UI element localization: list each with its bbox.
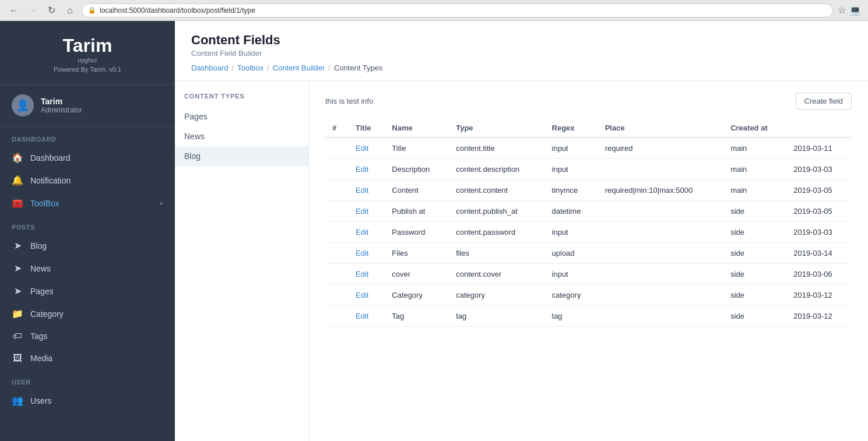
- cell-title: Content: [385, 180, 449, 201]
- edit-link[interactable]: Edit: [356, 186, 368, 195]
- cell-created-at: 2019-03-05: [786, 201, 852, 222]
- avatar: 👤: [12, 94, 34, 117]
- edit-link[interactable]: Edit: [356, 228, 368, 237]
- cell-regex: [598, 285, 723, 306]
- cell-index: [325, 222, 349, 243]
- breadcrumb-dashboard[interactable]: Dashboard: [191, 63, 229, 72]
- cell-index: [325, 201, 349, 222]
- col-hash: #: [325, 119, 349, 137]
- edit-link[interactable]: Edit: [356, 312, 368, 320]
- sidebar-item-category[interactable]: 📁 Category: [0, 302, 175, 325]
- edit-link[interactable]: Edit: [356, 144, 368, 153]
- content-type-news[interactable]: News: [175, 126, 308, 146]
- cell-created-at: 2019-03-05: [786, 180, 852, 201]
- table-row: Edit Category category category side 201…: [325, 285, 852, 306]
- cell-edit[interactable]: Edit: [349, 306, 385, 327]
- media-icon: 🖼: [12, 353, 23, 364]
- cell-type: upload: [545, 243, 598, 264]
- back-button[interactable]: ←: [7, 3, 21, 17]
- dashboard-icon: 🏠: [12, 152, 23, 163]
- cell-regex: required|min:10|max:5000: [598, 180, 723, 201]
- edit-link[interactable]: Edit: [356, 249, 368, 257]
- sidebar-item-tags[interactable]: 🏷 Tags: [0, 325, 175, 347]
- page-title: Content Fields: [191, 33, 852, 48]
- home-button[interactable]: ⌂: [63, 3, 77, 17]
- table-row: Edit Publish at content.publish_at datet…: [325, 201, 852, 222]
- edit-link[interactable]: Edit: [356, 165, 368, 174]
- cell-title: Description: [385, 159, 449, 180]
- sidebar-item-label: Dashboard: [30, 153, 71, 163]
- cell-edit[interactable]: Edit: [349, 243, 385, 264]
- reload-button[interactable]: ↻: [44, 3, 58, 17]
- cell-edit[interactable]: Edit: [349, 137, 385, 159]
- sidebar-item-label: Blog: [30, 241, 47, 251]
- notification-icon: 🔔: [12, 175, 23, 186]
- create-field-button[interactable]: Create field: [796, 93, 852, 110]
- cell-type: input: [545, 222, 598, 243]
- cell-title: Files: [385, 243, 449, 264]
- brand-name: Tarim: [12, 35, 163, 57]
- section-label-user: USER: [0, 369, 175, 389]
- sidebar: Tarim uyghur Powered By Tarim. v0.1 👤 Ta…: [0, 21, 175, 441]
- sidebar-item-pages[interactable]: ➤ Pages: [0, 280, 175, 302]
- table-row: Edit Files files upload side 2019-03-14: [325, 243, 852, 264]
- breadcrumb-content-builder[interactable]: Content Builder: [273, 63, 325, 72]
- sidebar-item-label: Media: [30, 354, 52, 363]
- browser-chrome: ← → ↻ ⌂ 🔒 localhost:5000/dashboard/toolb…: [0, 0, 868, 21]
- cell-index: [325, 285, 349, 306]
- content-area: CONTENT TYPES Pages News Blog this is te…: [175, 81, 868, 441]
- url-bar[interactable]: 🔒 localhost:5000/dashboard/toolbox/post/…: [82, 3, 833, 17]
- content-type-blog[interactable]: Blog: [175, 146, 308, 166]
- cell-name: tag: [449, 306, 544, 327]
- table-row: Edit Title content.title input required …: [325, 137, 852, 159]
- fields-table: # Title Name Type Regex Place Created at…: [325, 119, 852, 327]
- sidebar-item-label: ToolBox: [30, 199, 59, 208]
- cell-place: main: [723, 137, 786, 159]
- sidebar-item-dashboard[interactable]: 🏠 Dashboard: [0, 146, 175, 169]
- brand-powered: Powered By Tarim. v0.1: [12, 66, 163, 73]
- section-label-dashboard: DASHBOARD: [0, 126, 175, 146]
- cell-edit[interactable]: Edit: [349, 264, 385, 285]
- main-content: Content Fields Content Field Builder Das…: [175, 21, 868, 441]
- forward-button[interactable]: →: [26, 3, 40, 17]
- pages-icon: ➤: [12, 285, 23, 297]
- breadcrumb-current: Content Types: [334, 63, 383, 72]
- table-info: this is test info: [325, 97, 373, 105]
- cell-regex: [598, 159, 723, 180]
- sidebar-item-users[interactable]: 👥 Users: [0, 389, 175, 412]
- user-name: Tarim: [41, 97, 82, 106]
- star-button[interactable]: ☆: [838, 5, 846, 16]
- sidebar-item-media[interactable]: 🖼 Media: [0, 347, 175, 369]
- cell-created-at: 2019-03-03: [786, 159, 852, 180]
- cell-edit[interactable]: Edit: [349, 285, 385, 306]
- cell-index: [325, 306, 349, 327]
- cell-edit[interactable]: Edit: [349, 222, 385, 243]
- cell-name: content.description: [449, 159, 544, 180]
- cell-edit[interactable]: Edit: [349, 180, 385, 201]
- edit-link[interactable]: Edit: [356, 270, 368, 278]
- cell-title: Password: [385, 222, 449, 243]
- cell-type: input: [545, 264, 598, 285]
- table-row: Edit cover content.cover input side 2019…: [325, 264, 852, 285]
- edit-link[interactable]: Edit: [356, 207, 368, 216]
- cell-type: tinymce: [545, 180, 598, 201]
- sidebar-item-blog[interactable]: ➤ Blog: [0, 234, 175, 257]
- cell-edit[interactable]: Edit: [349, 201, 385, 222]
- sidebar-item-notification[interactable]: 🔔 Notification: [0, 169, 175, 192]
- page-subtitle: Content Field Builder: [191, 49, 852, 58]
- cell-type: datetime: [545, 201, 598, 222]
- breadcrumb-sep-1: /: [232, 63, 234, 72]
- edit-link[interactable]: Edit: [356, 291, 368, 299]
- sidebar-item-toolbox[interactable]: 🧰 ToolBox ▸: [0, 192, 175, 214]
- cell-place: main: [723, 180, 786, 201]
- sidebar-item-label: News: [30, 264, 51, 273]
- table-row: Edit Tag tag tag side 2019-03-12: [325, 306, 852, 327]
- cell-edit[interactable]: Edit: [349, 159, 385, 180]
- cell-index: [325, 243, 349, 264]
- table-area: this is test info Create field # Title N…: [309, 81, 868, 441]
- sidebar-item-news[interactable]: ➤ News: [0, 257, 175, 280]
- breadcrumb-toolbox[interactable]: Toolbox: [237, 63, 263, 72]
- cell-place: side: [723, 306, 786, 327]
- content-type-pages[interactable]: Pages: [175, 107, 308, 126]
- extension-button[interactable]: 💻: [849, 5, 861, 16]
